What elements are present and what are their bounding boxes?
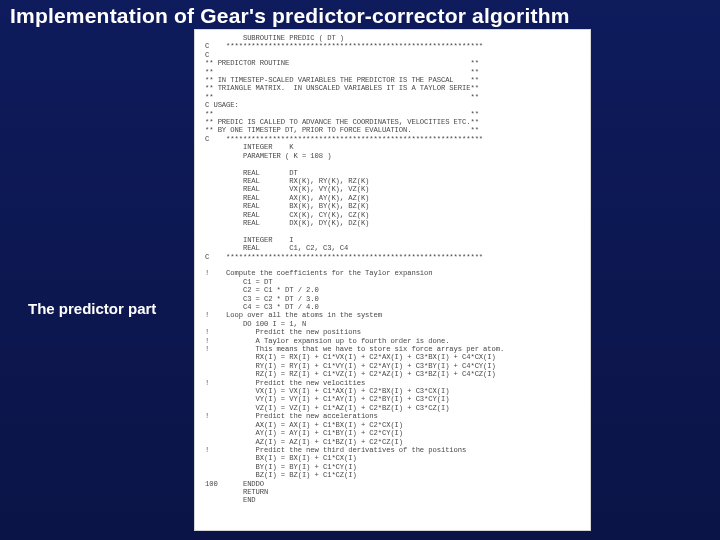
predictor-caption: The predictor part: [28, 300, 156, 317]
fortran-code-sheet: SUBROUTINE PREDIC ( DT ) C *************…: [195, 30, 590, 530]
fortran-code: SUBROUTINE PREDIC ( DT ) C *************…: [195, 30, 590, 509]
slide: Implementation of Gear's predictor-corre…: [0, 0, 720, 540]
slide-title: Implementation of Gear's predictor-corre…: [10, 4, 570, 28]
